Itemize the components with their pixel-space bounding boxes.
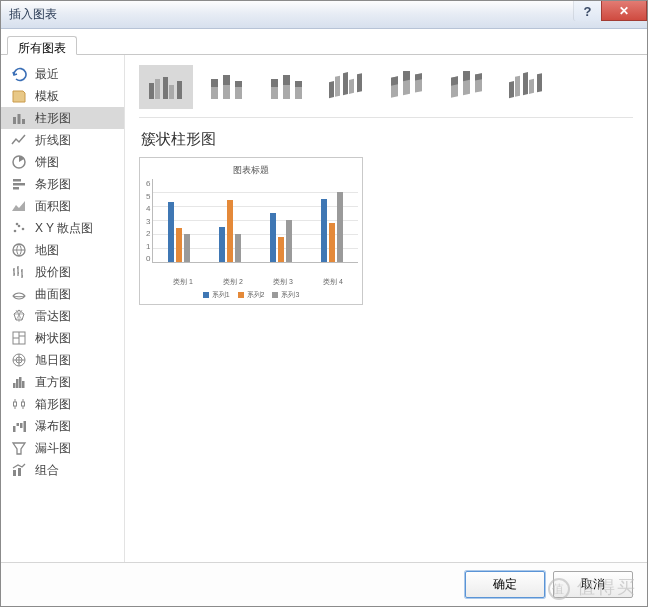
svg-rect-16 [16, 379, 19, 388]
svg-rect-48 [357, 73, 362, 92]
svg-point-10 [16, 223, 19, 226]
svg-point-9 [22, 228, 25, 231]
sidebar-item-radar[interactable]: 雷达图 [1, 305, 124, 327]
treemap-icon [11, 330, 27, 346]
sunburst-icon [11, 352, 27, 368]
svg-rect-35 [223, 75, 230, 85]
bar [321, 199, 327, 262]
ok-button[interactable]: 确定 [465, 571, 545, 598]
bar-icon [11, 110, 27, 126]
subtype-3d-column[interactable] [499, 65, 553, 109]
area-icon [11, 198, 27, 214]
svg-rect-21 [13, 426, 16, 432]
waterfall-icon [11, 418, 27, 434]
help-button[interactable]: ? [573, 1, 601, 21]
sidebar-item-funnel[interactable]: 漏斗图 [1, 437, 124, 459]
sidebar-item-area[interactable]: 面积图 [1, 195, 124, 217]
sidebar-item-scatter[interactable]: X Y 散点图 [1, 217, 124, 239]
category-group [321, 192, 343, 262]
close-button[interactable]: ✕ [601, 1, 647, 21]
surface-icon [11, 286, 27, 302]
legend-item: 系列1 [203, 290, 230, 300]
subtype-title: 簇状柱形图 [141, 130, 633, 149]
bar [176, 228, 182, 262]
titlebar: 插入图表 ? ✕ [1, 1, 647, 29]
tab-all-charts[interactable]: 所有图表 [7, 36, 77, 55]
subtype-3d-stacked-100-column[interactable] [439, 65, 493, 109]
sidebar-item-line[interactable]: 折线图 [1, 129, 124, 151]
svg-rect-24 [24, 421, 27, 432]
x-tick: 类别 1 [173, 277, 193, 287]
svg-rect-2 [22, 119, 25, 124]
subtype-stacked-100-column[interactable] [259, 65, 313, 109]
sidebar-item-label: 折线图 [35, 132, 71, 149]
radar-icon [11, 308, 27, 324]
svg-rect-20 [22, 402, 25, 406]
svg-rect-31 [177, 81, 182, 99]
svg-rect-5 [13, 183, 25, 186]
svg-rect-65 [537, 73, 542, 92]
svg-rect-39 [271, 79, 278, 87]
subtype-3d-stacked-column[interactable] [379, 65, 433, 109]
sidebar-item-recent[interactable]: 最近 [1, 63, 124, 85]
sidebar-item-combo[interactable]: 组合 [1, 459, 124, 481]
y-tick: 5 [146, 192, 150, 201]
svg-rect-61 [509, 81, 514, 98]
legend-item: 系列3 [272, 290, 299, 300]
category-group [219, 200, 241, 262]
svg-rect-28 [155, 79, 160, 99]
sidebar-item-label: 饼图 [35, 154, 59, 171]
sidebar-item-label: 箱形图 [35, 396, 71, 413]
subtype-clustered-column[interactable] [139, 65, 193, 109]
sidebar-item-label: 曲面图 [35, 286, 71, 303]
sidebar-item-stock[interactable]: 股价图 [1, 261, 124, 283]
category-group [270, 213, 292, 262]
dialog-footer: 确定 取消 [1, 562, 647, 606]
sidebar-item-label: 地图 [35, 242, 59, 259]
subtype-stacked-column[interactable] [199, 65, 253, 109]
y-tick: 2 [146, 229, 150, 238]
sidebar-item-label: 柱形图 [35, 110, 71, 127]
bar [337, 192, 343, 262]
sidebar-item-treemap[interactable]: 树状图 [1, 327, 124, 349]
svg-rect-52 [403, 71, 410, 81]
bar [227, 200, 233, 262]
chart-type-sidebar: 最近 模板 柱形图 折线图 饼图 条形图 面积图 X Y 散点图 地图 股价图 [1, 55, 125, 562]
svg-rect-43 [295, 81, 302, 87]
sidebar-item-bar[interactable]: 柱形图 [1, 107, 124, 129]
sidebar-item-pie[interactable]: 饼图 [1, 151, 124, 173]
sidebar-item-hbar[interactable]: 条形图 [1, 173, 124, 195]
sidebar-item-template[interactable]: 模板 [1, 85, 124, 107]
sidebar-item-map[interactable]: 地图 [1, 239, 124, 261]
chart-preview[interactable]: 图表标题 0123456 类别 1类别 2类别 3类别 4 系列1系列2系列3 [139, 157, 363, 305]
recent-icon [11, 66, 27, 82]
bar [270, 213, 276, 262]
category-group [168, 202, 190, 262]
template-icon [11, 88, 27, 104]
sidebar-item-label: 面积图 [35, 198, 71, 215]
svg-rect-19 [14, 402, 17, 406]
sidebar-item-label: 瀑布图 [35, 418, 71, 435]
sidebar-item-surface[interactable]: 曲面图 [1, 283, 124, 305]
window-title: 插入图表 [9, 6, 57, 23]
x-tick: 类别 3 [273, 277, 293, 287]
subtype-3d-clustered-column[interactable] [319, 65, 373, 109]
bar [329, 223, 335, 262]
sidebar-item-histogram[interactable]: 直方图 [1, 371, 124, 393]
sidebar-item-label: 旭日图 [35, 352, 71, 369]
svg-rect-0 [13, 117, 16, 124]
sidebar-item-box[interactable]: 箱形图 [1, 393, 124, 415]
map-icon [11, 242, 27, 258]
content-pane: 簇状柱形图 图表标题 0123456 类别 1类别 2类别 3类别 4 系列1系… [125, 55, 647, 562]
svg-rect-37 [235, 81, 242, 87]
sidebar-item-label: 树状图 [35, 330, 71, 347]
svg-rect-26 [18, 468, 21, 476]
y-tick: 6 [146, 179, 150, 188]
sidebar-item-waterfall[interactable]: 瀑布图 [1, 415, 124, 437]
cancel-button[interactable]: 取消 [553, 571, 633, 598]
x-axis: 类别 1类别 2类别 3类别 4 [144, 277, 358, 287]
sidebar-item-sunburst[interactable]: 旭日图 [1, 349, 124, 371]
bar [184, 234, 190, 262]
svg-point-7 [14, 230, 17, 233]
y-tick: 4 [146, 204, 150, 213]
